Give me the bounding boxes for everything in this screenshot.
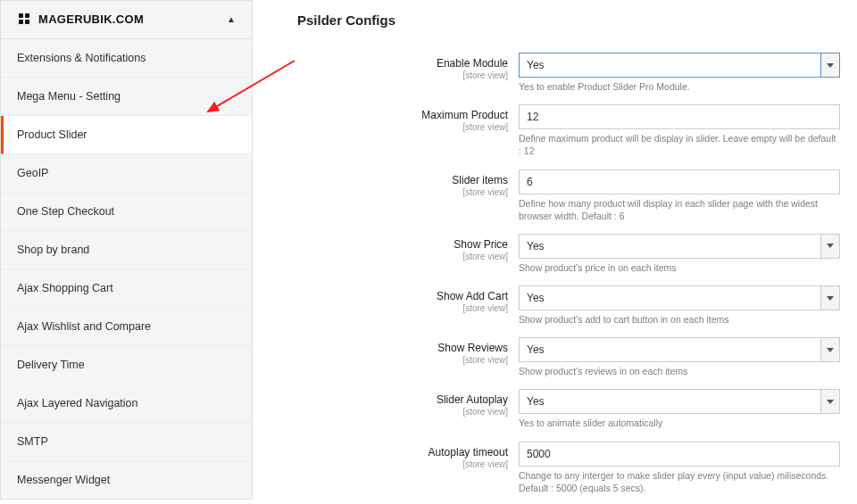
show-add-cart-select[interactable]: Yes — [519, 285, 840, 310]
sidebar-item-extensions[interactable]: Extensions & Notifications — [1, 39, 252, 78]
svg-rect-2 — [19, 20, 23, 24]
sidebar-item-ajax-wishlist-compare[interactable]: Ajax Wishlist and Compare — [1, 308, 252, 346]
sidebar-item-label: Product Slider — [17, 128, 87, 141]
scope-label: [store view] — [297, 70, 508, 80]
slider-items-input[interactable] — [519, 169, 840, 194]
field-hint: Change to any interger to make slider pl… — [519, 469, 840, 494]
sidebar-item-ajax-shopping-cart[interactable]: Ajax Shopping Cart — [1, 269, 252, 308]
sidebar-item-ajax-layered-nav[interactable]: Ajax Layered Navigation — [1, 384, 252, 423]
field-hint: Define maximum product will be display i… — [519, 132, 840, 157]
show-price-select[interactable]: Yes — [519, 234, 840, 259]
select-value: Yes — [519, 53, 840, 78]
scope-label: [store view] — [297, 355, 508, 365]
dropdown-icon — [820, 285, 840, 310]
sidebar-item-label: Mega Menu - Setting — [17, 90, 121, 103]
scope-label: [store view] — [297, 122, 508, 132]
field-hint: Yes to enable Product Slider Pro Module. — [519, 80, 840, 93]
sidebar-item-label: Ajax Layered Navigation — [17, 397, 138, 409]
sidebar-item-shop-by-brand[interactable]: Shop by brand — [1, 231, 252, 269]
dropdown-icon — [820, 53, 840, 78]
sidebar-menu: Extensions & Notifications Mega Menu - S… — [0, 39, 253, 500]
field-label: Maximum Product — [421, 109, 508, 121]
sidebar-item-mega-menu[interactable]: Mega Menu - Setting — [1, 78, 252, 116]
sidebar-item-label: Shop by brand — [17, 244, 89, 256]
chevron-up-icon: ▲ — [227, 14, 236, 24]
scope-label: [store view] — [297, 252, 508, 261]
scope-label: [store view] — [297, 303, 508, 313]
select-value: Yes — [519, 389, 840, 414]
brand-name: MAGERUBIK.COM — [38, 12, 144, 26]
field-hint: Define how many product will display in … — [519, 197, 840, 222]
scope-label: [store view] — [297, 407, 508, 417]
field-label: Show Price — [453, 238, 508, 251]
enable-module-select[interactable]: Yes — [519, 53, 840, 78]
field-label: Enable Module — [437, 57, 508, 70]
sidebar-item-label: Delivery Time — [17, 359, 85, 371]
select-value: Yes — [519, 234, 840, 259]
brand-logo-icon — [17, 12, 31, 26]
svg-rect-1 — [25, 13, 29, 18]
sidebar-item-smtp[interactable]: SMTP — [1, 423, 252, 461]
dropdown-icon — [820, 337, 840, 362]
dropdown-icon — [820, 234, 840, 259]
field-label: Slider Autoplay — [437, 393, 508, 406]
svg-rect-3 — [25, 20, 29, 24]
field-hint: Show product's price in on each items — [519, 261, 840, 274]
show-reviews-select[interactable]: Yes — [519, 337, 840, 362]
sidebar-item-label: SMTP — [17, 435, 48, 448]
dropdown-icon — [820, 389, 840, 414]
sidebar-item-delivery-time[interactable]: Delivery Time — [1, 346, 252, 384]
field-label: Show Add Cart — [437, 290, 508, 302]
page-title: Psilder Configs — [297, 12, 848, 28]
autoplay-timeout-input[interactable] — [519, 442, 840, 467]
select-value: Yes — [519, 285, 840, 310]
sidebar-item-geoip[interactable]: GeoIP — [1, 154, 252, 193]
sidebar-item-label: GeoIP — [17, 167, 48, 179]
sidebar-item-label: Messenger Widget — [17, 474, 110, 486]
field-hint: Show product's add to cart button in on … — [519, 313, 840, 326]
field-label: Autoplay timeout — [428, 446, 508, 459]
field-hint: Show product's reviews in on each items — [519, 365, 840, 377]
field-hint: Yes to animate slider automatically — [519, 417, 840, 429]
slider-autoplay-select[interactable]: Yes — [519, 389, 840, 414]
svg-rect-0 — [19, 13, 23, 18]
select-value: Yes — [519, 337, 840, 362]
sidebar-item-product-slider[interactable]: Product Slider — [1, 116, 252, 154]
field-label: Slider items — [452, 174, 508, 186]
sidebar-item-one-step-checkout[interactable]: One Step Checkout — [1, 193, 252, 231]
scope-label: [store view] — [297, 187, 508, 197]
sidebar-item-messenger-widget[interactable]: Messenger Widget — [1, 461, 252, 499]
brand-header[interactable]: MAGERUBIK.COM ▲ — [0, 0, 253, 39]
field-label: Show Reviews — [437, 342, 508, 354]
maximum-product-input[interactable] — [519, 104, 840, 129]
sidebar-item-label: One Step Checkout — [17, 205, 114, 218]
scope-label: [store view] — [297, 459, 508, 469]
sidebar-item-label: Ajax Wishlist and Compare — [17, 320, 151, 333]
sidebar-item-label: Ajax Shopping Cart — [17, 282, 113, 294]
sidebar-item-label: Extensions & Notifications — [17, 52, 146, 64]
